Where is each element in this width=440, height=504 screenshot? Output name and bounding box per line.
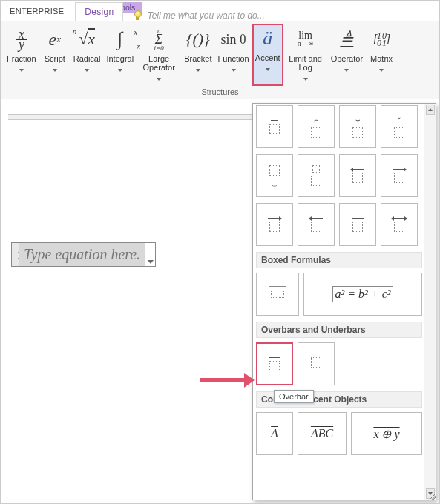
dropdown-arrow-icon: [7, 64, 36, 74]
operator-label: Operator: [331, 53, 363, 63]
bracket-button[interactable]: {()} Bracket: [181, 24, 214, 86]
common-xoplusy-text: x ⊕ y: [373, 427, 399, 441]
matrix-label: Matrix: [369, 53, 394, 63]
radical-label: Radical: [73, 53, 101, 63]
equation-design-ribbon: xy Fraction ex Script n√x Radical ∫x-x I…: [1, 21, 439, 99]
equation-placeholder-text[interactable]: Type equation here.: [19, 243, 145, 266]
radical-button[interactable]: n√x Radical: [70, 24, 104, 86]
fraction-button[interactable]: xy Fraction: [4, 24, 39, 86]
large-operator-icon: nΣi=0: [139, 26, 178, 53]
accent-item-doublearrow[interactable]: [381, 203, 418, 246]
accent-item[interactable]: ⌢: [298, 105, 335, 148]
accent-gallery-dropdown: ⌢ ⌣ ˘ ⏟ Boxed Formulas a² = b² + c² Over…: [252, 103, 436, 500]
accent-item-rightarrow[interactable]: [256, 203, 293, 246]
tab-enterprise[interactable]: ENTERPRISE: [1, 1, 73, 21]
tell-me-search[interactable]: Tell me what you want to do...: [132, 10, 264, 21]
accent-item-overbar[interactable]: [339, 203, 376, 246]
dropdown-arrow-icon: [139, 73, 178, 83]
integral-icon: ∫x-x: [106, 26, 134, 53]
callout-arrow: [200, 373, 255, 388]
accent-item-leftarrow[interactable]: [298, 203, 335, 246]
dropdown-arrow-icon: [217, 64, 249, 74]
fraction-icon: xy: [7, 26, 36, 53]
matrix-icon: [1 00 1]: [369, 26, 394, 53]
accent-label: Accent: [255, 52, 281, 62]
equation-options-dropdown[interactable]: [145, 243, 155, 266]
bracket-icon: {()}: [184, 26, 211, 53]
limit-and-log-label: Limit and Log: [286, 53, 325, 72]
accent-item[interactable]: [256, 105, 293, 148]
accent-button[interactable]: ä Accent: [252, 24, 283, 86]
equation-content-control[interactable]: Type equation here.: [11, 242, 156, 267]
large-operator-label: Large Operator: [139, 53, 178, 72]
dropdown-arrow-icon: [106, 64, 134, 74]
common-abar-text: A: [271, 427, 278, 440]
dropdown-arrow-icon: [331, 64, 363, 74]
function-label: Function: [217, 53, 249, 63]
operator-icon: ≜: [331, 26, 363, 53]
gallery-category-overbars: Overbars and Underbars: [256, 322, 422, 338]
dropdown-arrow-icon: [369, 64, 394, 74]
accent-item-rightharpoon[interactable]: [381, 154, 418, 197]
operator-button[interactable]: ≜ Operator: [328, 24, 366, 86]
boxed-sample-formula[interactable]: a² = b² + c²: [303, 273, 422, 316]
dropdown-arrow-icon: [42, 64, 68, 74]
boxed-placeholder[interactable]: [256, 273, 299, 316]
common-abcbar[interactable]: ABC: [298, 412, 347, 455]
tell-me-placeholder: Tell me what you want to do...: [147, 10, 264, 21]
gallery-resize-grip[interactable]: [429, 493, 436, 500]
underbar-item[interactable]: [298, 342, 335, 385]
limit-and-log-button[interactable]: limn→∞ Limit and Log: [283, 24, 328, 86]
accent-item-leftharpoon[interactable]: [339, 154, 376, 197]
common-xoplusy-bar[interactable]: x ⊕ y: [351, 412, 422, 455]
dropdown-arrow-icon: [73, 64, 101, 74]
gallery-category-boxed: Boxed Formulas: [256, 252, 422, 268]
matrix-button[interactable]: [1 00 1] Matrix: [366, 24, 397, 86]
common-abcbar-text: ABC: [311, 427, 333, 440]
gallery-scrollbar[interactable]: [424, 104, 436, 500]
dropdown-arrow-icon: [286, 73, 325, 83]
dropdown-arrow-icon: [255, 63, 281, 73]
accent-item[interactable]: ⌣: [339, 105, 376, 148]
boxed-sample-text: a² = b² + c²: [332, 286, 393, 302]
function-icon: sin θ: [217, 26, 249, 53]
large-operator-button[interactable]: nΣi=0 Large Operator: [137, 24, 181, 86]
accent-item[interactable]: ˘: [381, 105, 418, 148]
equation-move-handle[interactable]: [12, 243, 19, 266]
lightbulb-icon: [132, 10, 142, 21]
integral-label: Integral: [106, 53, 134, 63]
bracket-label: Bracket: [184, 53, 211, 63]
overbar-item[interactable]: [256, 342, 293, 385]
dropdown-arrow-icon: [184, 64, 211, 74]
accent-item-groupbelow[interactable]: ⏟: [256, 154, 293, 197]
ribbon-group-structures-caption: Structures: [4, 86, 436, 99]
integral-button[interactable]: ∫x-x Integral: [103, 24, 137, 86]
accent-icon: ä: [255, 25, 281, 52]
script-icon: ex: [42, 26, 68, 53]
scroll-up-button[interactable]: [426, 105, 435, 115]
tab-design[interactable]: Design: [75, 2, 123, 21]
script-label: Script: [42, 53, 68, 63]
overbar-tooltip: Overbar: [274, 390, 314, 403]
limit-icon: limn→∞: [286, 26, 325, 53]
function-button[interactable]: sin θ Function: [214, 24, 252, 86]
fraction-label: Fraction: [7, 53, 36, 63]
script-button[interactable]: ex Script: [39, 24, 70, 86]
accent-item-stacked[interactable]: [298, 154, 335, 197]
common-abar[interactable]: A: [256, 412, 293, 455]
radical-icon: n√x: [73, 26, 101, 53]
